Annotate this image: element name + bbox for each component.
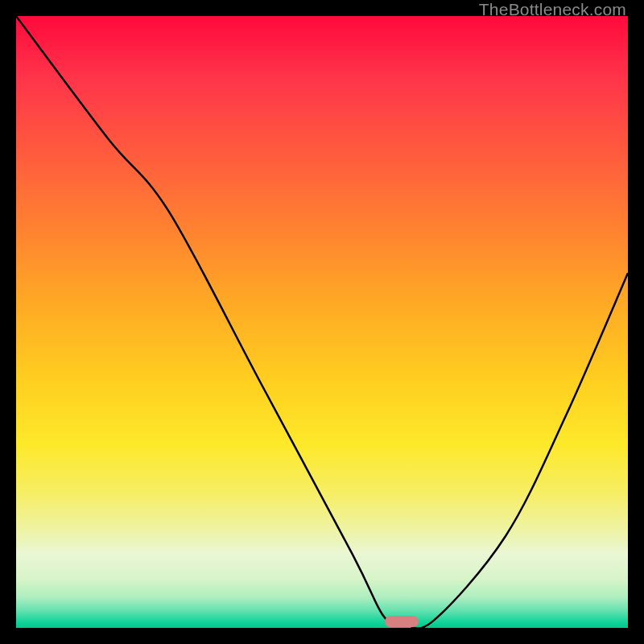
bottleneck-curve	[16, 16, 628, 628]
chart-plot-area	[16, 16, 628, 628]
optimal-marker	[385, 616, 419, 627]
watermark-text: TheBottleneck.com	[479, 0, 626, 19]
